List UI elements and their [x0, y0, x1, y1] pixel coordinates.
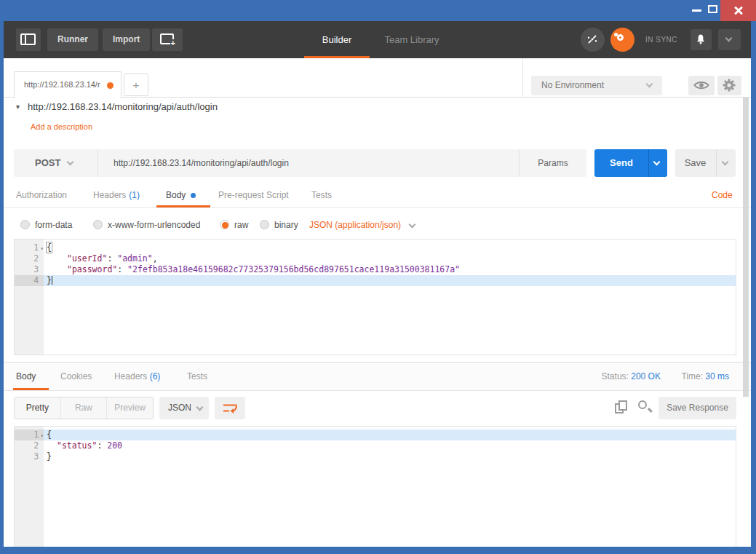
editor-line: 3 "password": "2fefb853a18e46159682c7732…	[15, 264, 736, 275]
content-type-value: JSON (application/json)	[309, 220, 401, 230]
tab-pre-request-script-label: Pre-request Script	[218, 190, 289, 200]
save-button[interactable]: Save	[675, 149, 736, 177]
response-tab-body[interactable]: Body	[16, 363, 36, 391]
time-value[interactable]: 30 ms	[705, 371, 729, 381]
capture-icon	[586, 33, 599, 46]
code-link[interactable]: Code	[712, 182, 733, 208]
response-format-value: JSON	[168, 403, 191, 413]
radio-raw[interactable]: raw	[220, 216, 248, 234]
response-body-editor[interactable]: 1▾ { 2 "status": 200 3 }	[14, 426, 736, 547]
response-tab-headers[interactable]: Headers (6)	[114, 363, 160, 391]
tab-team-library-label: Team Library	[384, 34, 439, 45]
new-window-button[interactable]: +	[152, 28, 183, 51]
response-tab-headers-label: Headers	[114, 371, 147, 381]
chevron-down-icon	[409, 221, 416, 229]
radio-x-www-form-urlencoded[interactable]: x-www-form-urlencoded	[93, 216, 200, 234]
divider	[522, 58, 523, 98]
view-mode-preview[interactable]: Preview	[107, 397, 153, 419]
new-tab-button[interactable]: +	[124, 74, 148, 96]
tab-pre-request-script[interactable]: Pre-request Script	[218, 182, 289, 208]
active-tab-underline	[156, 205, 210, 207]
wrap-lines-icon	[222, 403, 238, 414]
send-options-button[interactable]	[648, 149, 667, 177]
response-tab-cookies-label: Cookies	[60, 371, 92, 381]
notifications-button[interactable]	[691, 29, 712, 50]
radio-icon	[20, 220, 30, 229]
chevron-down-icon	[725, 35, 733, 42]
copy-response-button[interactable]	[615, 400, 631, 416]
header-menu-button[interactable]	[718, 29, 741, 50]
search-response-button[interactable]	[637, 400, 653, 416]
response-status-bar: Status: 200 OK Time: 30 ms	[602, 363, 729, 391]
editor-line: 2 "userId": "admin",	[15, 253, 736, 264]
response-tab-body-label: Body	[16, 371, 36, 381]
save-response-button[interactable]: Save Response	[658, 397, 736, 419]
radio-binary[interactable]: binary	[260, 216, 298, 234]
radio-selected-icon	[220, 220, 229, 229]
method-select-value: POST	[35, 157, 60, 168]
send-button-label: Send	[594, 149, 648, 177]
runner-button[interactable]: Runner	[47, 28, 98, 51]
radio-form-data[interactable]: form-data	[20, 216, 72, 234]
url-input[interactable]: http://192.168.23.14/monitoring/api/auth…	[99, 149, 519, 177]
view-mode-pretty[interactable]: Pretty	[15, 397, 61, 419]
time-label: Time:	[681, 371, 703, 381]
save-options-button[interactable]	[716, 149, 736, 177]
environment-select[interactable]: No Environment	[531, 76, 662, 95]
sidebar-layout-icon	[20, 33, 36, 45]
tab-authorization[interactable]: Authorization	[16, 182, 67, 208]
capture-requests-button[interactable]	[581, 28, 605, 52]
minimize-icon	[692, 9, 701, 12]
sidebar-toggle-button[interactable]	[16, 28, 41, 51]
response-tab-tests-label: Tests	[187, 371, 207, 381]
tab-team-library[interactable]: Team Library	[372, 21, 452, 58]
request-tab-label: http://192.168.23.14/r	[24, 80, 100, 89]
radio-raw-label: raw	[234, 220, 248, 230]
window-titlebar[interactable]	[0, 0, 756, 21]
chevron-down-icon	[653, 159, 661, 166]
wrap-lines-button[interactable]	[215, 397, 245, 419]
tab-tests[interactable]: Tests	[311, 182, 332, 208]
scrollbar[interactable]	[743, 98, 749, 397]
tab-body[interactable]: Body	[166, 182, 196, 208]
add-description-link[interactable]: Add a description	[31, 122, 92, 131]
send-button[interactable]: Send	[594, 149, 667, 177]
editor-line: 2 "status": 200	[15, 440, 736, 451]
environment-quicklook-button[interactable]	[688, 76, 715, 95]
request-url-bar: POST http://192.168.23.14/monitoring/api…	[14, 149, 586, 177]
tab-builder[interactable]: Builder	[304, 21, 370, 58]
import-button[interactable]: Import	[103, 28, 150, 51]
chevron-down-icon	[67, 159, 74, 166]
code-line: }	[44, 451, 736, 462]
view-mode-raw[interactable]: Raw	[61, 397, 108, 419]
content-type-select[interactable]: JSON (application/json)	[309, 216, 415, 234]
body-type-row: form-data x-www-form-urlencoded raw bina…	[4, 216, 751, 234]
code-line: {	[44, 430, 736, 440]
gear-icon	[722, 78, 736, 92]
editor-line: 3 }	[15, 451, 736, 462]
radio-form-data-label: form-data	[35, 220, 72, 230]
editor-line: 1▾ {	[15, 242, 736, 253]
response-format-select[interactable]: JSON	[159, 397, 209, 419]
close-button[interactable]	[720, 0, 756, 21]
params-button[interactable]: Params	[519, 149, 586, 177]
plus-icon: +	[170, 39, 176, 47]
response-tab-tests[interactable]: Tests	[187, 363, 207, 391]
tab-builder-label: Builder	[322, 34, 351, 45]
sync-button[interactable]	[610, 28, 634, 52]
method-select[interactable]: POST	[14, 149, 98, 177]
bell-icon	[695, 33, 707, 45]
code-line: "userId": "admin",	[44, 253, 736, 264]
request-tab[interactable]: http://192.168.23.14/r	[14, 71, 122, 98]
sidebar-layout-icon-line	[25, 35, 26, 44]
tab-headers[interactable]: Headers(1)	[93, 182, 140, 208]
status-value[interactable]: 200 OK	[631, 371, 661, 381]
code-line: {	[44, 242, 736, 253]
line-number: 2	[15, 440, 44, 451]
environment-select-value: No Environment	[541, 80, 604, 90]
response-tab-cookies[interactable]: Cookies	[60, 363, 92, 391]
settings-button[interactable]	[717, 76, 741, 95]
request-body-editor[interactable]: 1▾ { 2 "userId": "admin", 3 "password": …	[14, 239, 736, 355]
status-label: Status:	[602, 371, 629, 381]
collapse-request-caret[interactable]: ▾	[16, 103, 20, 111]
